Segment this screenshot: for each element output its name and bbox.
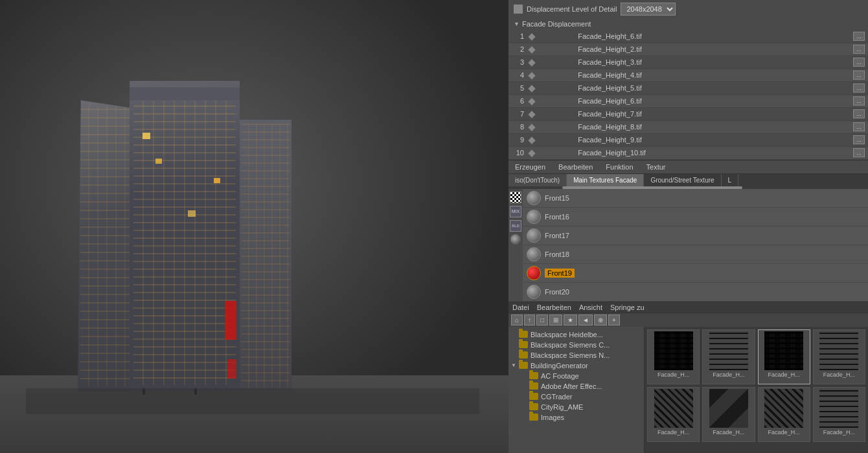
tree-item-label: BuildingGenerator <box>531 362 588 370</box>
window-light <box>188 210 196 217</box>
row-filename: Facade_Height_5.tif <box>575 82 850 94</box>
displacement-header: Displacement Level of Detail 2048x2048 <box>508 0 868 18</box>
tree-item[interactable]: Images <box>508 412 644 423</box>
file-thumbnail[interactable]: Facade_H... <box>702 329 755 384</box>
row-action-cell: ... <box>850 82 868 94</box>
checkerboard-icon[interactable] <box>510 192 521 203</box>
toolbar-up[interactable]: ↑ <box>524 315 535 326</box>
tree-item[interactable]: Blackspace Heidelbe... <box>508 329 644 340</box>
material-list-item[interactable]: Front17 <box>523 226 868 245</box>
tree-item[interactable]: CGTrader <box>508 392 644 402</box>
row-action-btn[interactable]: ... <box>853 83 865 93</box>
row-diamond <box>527 146 575 159</box>
row-action-btn[interactable]: ... <box>853 109 865 118</box>
row-action-cell: ... <box>850 133 868 146</box>
tree-item[interactable]: CityRig_AME <box>508 402 644 412</box>
row-filename: Facade_Height_8.tif <box>575 120 850 133</box>
row-number: 5 <box>508 82 527 94</box>
material-swatch <box>527 247 541 261</box>
file-thumbnail[interactable]: Facade_H... <box>758 329 810 384</box>
file-menu-bearbeiten[interactable]: Bearbeiten <box>537 304 571 311</box>
toolbar-new-folder[interactable]: □ <box>536 315 548 326</box>
row-action-cell: ... <box>850 43 868 56</box>
roof <box>130 87 240 100</box>
menu-bearbeiten[interactable]: Bearbeiten <box>556 162 595 172</box>
person-silhouette <box>194 388 197 395</box>
thumbnail-image <box>819 331 858 370</box>
row-action-btn[interactable]: ... <box>853 32 865 41</box>
toolbar-back[interactable]: ◄ <box>578 315 593 326</box>
tab-ground-street[interactable]: Ground/Street Texture <box>644 174 721 186</box>
blend-icon[interactable]: BLD <box>510 220 521 232</box>
thumbnail-label: Facade_H... <box>815 371 863 378</box>
tower-center <box>130 81 240 392</box>
file-thumbnail[interactable]: Facade_H... <box>647 329 700 384</box>
row-diamond <box>527 107 575 120</box>
mix-icon[interactable]: MIX <box>510 206 521 217</box>
thumbnail-label: Facade_H... <box>760 371 808 378</box>
tree-item[interactable]: Adobe After Effec... <box>508 381 644 392</box>
row-diamond <box>527 30 575 43</box>
tab-l[interactable]: L <box>722 174 739 186</box>
material-name: Front20 <box>545 288 569 296</box>
thumbnail-label: Facade_H... <box>649 429 698 436</box>
material-list-item[interactable]: Front16 <box>523 208 868 226</box>
toolbar-add[interactable]: + <box>608 315 620 326</box>
toolbar-home[interactable]: ⌂ <box>511 315 523 326</box>
thumbnail-image <box>709 389 748 428</box>
material-list-item[interactable]: Front19 <box>523 264 868 283</box>
sphere-icon[interactable] <box>510 234 521 245</box>
file-thumbnail[interactable]: Facade_H... <box>647 387 700 442</box>
material-menu-bar: Erzeugen Bearbeiten Funktion Textur <box>508 160 868 174</box>
file-toolbar: ⌂ ↑ □ ⊞ ★ ◄ ⊕ + <box>508 313 868 327</box>
row-filename: Facade_Height_4.tif <box>575 69 850 82</box>
tab-main-textures[interactable]: Main Textures Facade <box>567 174 644 186</box>
row-filename: Facade_Height_6.tif <box>575 30 850 43</box>
material-list-item[interactable]: Front18 <box>523 245 868 264</box>
folder-icon <box>519 341 528 348</box>
material-swatch <box>527 191 541 205</box>
person-silhouette <box>143 388 145 395</box>
file-menu-datei[interactable]: Datei <box>512 304 529 311</box>
row-action-btn[interactable]: ... <box>853 58 865 67</box>
tree-item[interactable]: Blackspace Siemens N... <box>508 350 644 360</box>
tab-iso[interactable]: iso(Don'tTouch) <box>508 174 567 186</box>
row-number: 7 <box>508 107 527 120</box>
file-menu-bar: Datei Bearbeiten Ansicht Springe zu <box>508 302 868 313</box>
row-action-btn[interactable]: ... <box>853 96 865 105</box>
file-tree[interactable]: Blackspace Heidelbe...Blackspace Siemens… <box>508 327 645 454</box>
row-action-btn[interactable]: ... <box>853 148 865 157</box>
toolbar-bookmark[interactable]: ★ <box>564 315 577 326</box>
row-diamond <box>527 94 575 107</box>
row-number: 6 <box>508 94 527 107</box>
tree-item[interactable]: AC Footage <box>508 371 644 381</box>
row-action-btn[interactable]: ... <box>853 122 865 131</box>
menu-erzeugen[interactable]: Erzeugen <box>512 162 548 172</box>
file-thumbnail[interactable]: Facade_H... <box>813 329 865 384</box>
displacement-dropdown[interactable]: 2048x2048 <box>621 3 676 16</box>
material-list-item[interactable]: Front15 <box>523 189 868 208</box>
folder-icon <box>529 414 538 421</box>
file-thumbnail[interactable]: Facade_H... <box>702 387 755 442</box>
tree-item[interactable]: ▼BuildingGenerator <box>508 360 644 371</box>
tree-item[interactable]: Blackspace Siemens C... <box>508 340 644 350</box>
menu-textur[interactable]: Textur <box>644 162 668 172</box>
file-menu-springe[interactable]: Springe zu <box>610 304 645 311</box>
displacement-label: Displacement Level of Detail <box>527 5 617 13</box>
row-number: 9 <box>508 133 527 146</box>
row-filename: Facade_Height_9.tif <box>575 133 850 146</box>
menu-funktion[interactable]: Funktion <box>603 162 635 172</box>
window-light <box>143 133 150 139</box>
file-menu-ansicht[interactable]: Ansicht <box>579 304 602 311</box>
folder-icon <box>529 403 538 410</box>
row-action-btn[interactable]: ... <box>853 45 865 54</box>
row-action-btn[interactable]: ... <box>853 71 865 80</box>
toolbar-filter[interactable]: ⊕ <box>594 315 607 326</box>
toolbar-grid-view[interactable]: ⊞ <box>549 315 562 326</box>
row-action-btn[interactable]: ... <box>853 135 865 144</box>
file-thumbnail[interactable]: Facade_H... <box>758 387 810 442</box>
tree-item-label: Blackspace Siemens N... <box>531 351 610 359</box>
material-list-item[interactable]: Front20 <box>523 283 868 302</box>
file-thumbnail[interactable]: Facade_H... <box>813 387 865 442</box>
thumbnail-image <box>764 389 803 428</box>
